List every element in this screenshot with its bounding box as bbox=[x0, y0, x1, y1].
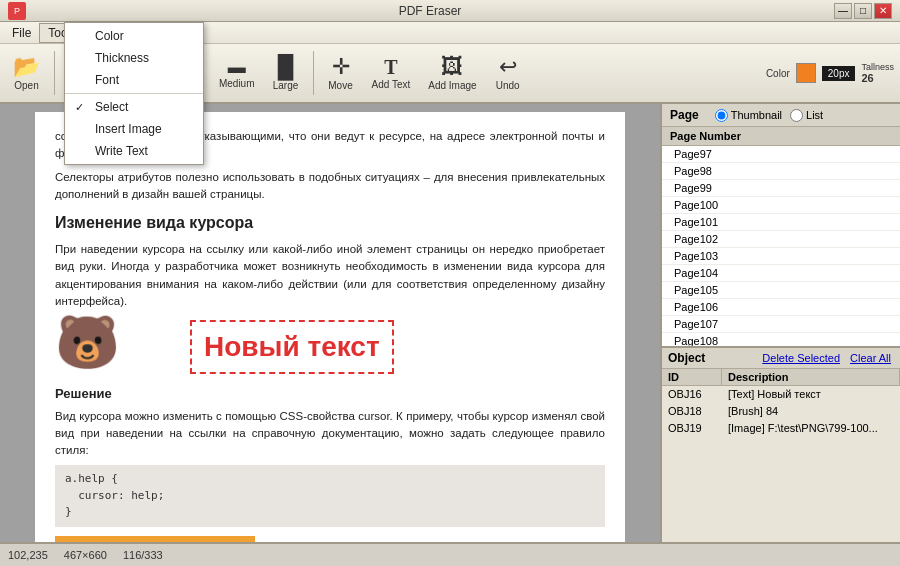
window-title: PDF Eraser bbox=[26, 4, 834, 18]
color-swatch[interactable] bbox=[796, 63, 816, 83]
maximize-button[interactable]: □ bbox=[854, 3, 872, 19]
thumbnail-label: Thumbnail bbox=[731, 109, 782, 121]
page-label: Page bbox=[670, 108, 699, 122]
tools-thickness[interactable]: Thickness bbox=[65, 47, 203, 69]
page-list-item[interactable]: Page97 bbox=[662, 146, 900, 163]
page-number-header: Page Number bbox=[662, 127, 900, 146]
medium-icon: ▬ bbox=[228, 58, 246, 76]
pdf-highlight-bar bbox=[55, 533, 605, 542]
obj-desc: [Brush] 84 bbox=[722, 403, 900, 419]
pdf-heading1: Изменение вида курсора bbox=[55, 211, 605, 235]
status-coords: 102,235 bbox=[8, 549, 48, 561]
toolbar-right: Color 20px Tallness 26 bbox=[766, 62, 894, 84]
page-list-item[interactable]: Page101 bbox=[662, 214, 900, 231]
title-bar: P PDF Eraser — □ ✕ bbox=[0, 0, 900, 22]
page-list-item[interactable]: Page106 bbox=[662, 299, 900, 316]
pdf-text-cursor: Новый текст bbox=[130, 316, 605, 378]
add-image-icon: 🖼 bbox=[441, 56, 463, 78]
obj-id: OBJ19 bbox=[662, 420, 722, 436]
pdf-area[interactable]: ссылки с пиктограммами, указывающими, чт… bbox=[0, 104, 660, 542]
clear-all-button[interactable]: Clear All bbox=[847, 351, 894, 365]
pdf-para4: Вид курсора можно изменить с помощью CSS… bbox=[55, 408, 605, 460]
page-list-item[interactable]: Page104 bbox=[662, 265, 900, 282]
undo-label: Undo bbox=[496, 80, 520, 91]
pdf-para2: Селекторы атрибутов полезно использовать… bbox=[55, 169, 605, 204]
move-icon: ✛ bbox=[332, 56, 350, 78]
toolbar-sep-3 bbox=[313, 51, 314, 95]
toolbar-sep-1 bbox=[54, 51, 55, 95]
open-label: Open bbox=[14, 80, 38, 91]
pdf-code-block: a.help { cursor: help;} bbox=[55, 465, 605, 527]
undo-icon: ↩ bbox=[499, 56, 517, 78]
obj-desc: [Image] F:\test\PNG\799-100... bbox=[722, 420, 900, 436]
window-controls: — □ ✕ bbox=[834, 3, 892, 19]
pdf-page: ссылки с пиктограммами, указывающими, чт… bbox=[35, 112, 625, 542]
object-table-header: ID Description bbox=[662, 369, 900, 386]
undo-button[interactable]: ↩ Undo bbox=[488, 47, 528, 99]
medium-label: Medium bbox=[219, 78, 255, 89]
page-list[interactable]: Page97Page98Page99Page100Page101Page102P… bbox=[662, 146, 900, 346]
move-label: Move bbox=[328, 80, 352, 91]
page-list-item[interactable]: Page99 bbox=[662, 180, 900, 197]
add-image-label: Add Image bbox=[428, 80, 476, 91]
large-label: Large bbox=[273, 80, 299, 91]
minimize-button[interactable]: — bbox=[834, 3, 852, 19]
app-icon: P bbox=[8, 2, 26, 20]
menu-file[interactable]: File bbox=[4, 23, 39, 43]
status-dimensions: 467×660 bbox=[64, 549, 107, 561]
object-panel: Object Delete Selected Clear All ID Desc… bbox=[662, 346, 900, 437]
desc-header: Description bbox=[722, 369, 900, 385]
medium-button[interactable]: ▬ Medium bbox=[212, 47, 262, 99]
object-row[interactable]: OBJ19[Image] F:\test\PNG\799-100... bbox=[662, 420, 900, 437]
page-list-item[interactable]: Page100 bbox=[662, 197, 900, 214]
page-list-item[interactable]: Page102 bbox=[662, 231, 900, 248]
obj-id: OBJ16 bbox=[662, 386, 722, 402]
tools-font[interactable]: Font bbox=[65, 69, 203, 91]
object-table-body: OBJ16[Text] Новый текстOBJ18[Brush] 84OB… bbox=[662, 386, 900, 437]
large-icon: █ bbox=[278, 56, 294, 78]
close-button[interactable]: ✕ bbox=[874, 3, 892, 19]
object-row[interactable]: OBJ16[Text] Новый текст bbox=[662, 386, 900, 403]
page-list-item[interactable]: Page108 bbox=[662, 333, 900, 346]
new-text-overlay: Новый текст bbox=[190, 320, 394, 374]
tallness-label: Tallness 26 bbox=[861, 62, 894, 84]
view-radio-group: Thumbnail List bbox=[715, 109, 823, 122]
page-list-item[interactable]: Page105 bbox=[662, 282, 900, 299]
page-panel-header: Page Thumbnail List bbox=[662, 104, 900, 127]
tools-select[interactable]: Select bbox=[65, 96, 203, 118]
add-text-icon: T bbox=[384, 57, 397, 77]
tools-insert-image[interactable]: Insert Image bbox=[65, 118, 203, 140]
delete-selected-button[interactable]: Delete Selected bbox=[759, 351, 843, 365]
page-list-item[interactable]: Page98 bbox=[662, 163, 900, 180]
object-row[interactable]: OBJ18[Brush] 84 bbox=[662, 403, 900, 420]
tallness-value: 26 bbox=[861, 72, 894, 84]
large-button[interactable]: █ Large bbox=[266, 47, 306, 99]
pdf-para3: При наведении курсора на ссылку или како… bbox=[55, 241, 605, 310]
obj-id: OBJ18 bbox=[662, 403, 722, 419]
page-list-item[interactable]: Page103 bbox=[662, 248, 900, 265]
obj-desc: [Text] Новый текст bbox=[722, 386, 900, 402]
list-radio[interactable]: List bbox=[790, 109, 823, 122]
id-header: ID bbox=[662, 369, 722, 385]
pdf-text-col: При наведении курсора на ссылку или како… bbox=[55, 241, 605, 316]
add-image-button[interactable]: 🖼 Add Image bbox=[421, 47, 483, 99]
tools-write-text[interactable]: Write Text bbox=[65, 140, 203, 162]
pdf-section-cursor: При наведении курсора на ссылку или како… bbox=[55, 241, 605, 316]
status-bar: 102,235 467×660 116/333 bbox=[0, 542, 900, 566]
tallness-title: Tallness bbox=[861, 62, 894, 72]
thumbnail-radio[interactable]: Thumbnail bbox=[715, 109, 782, 122]
add-text-button[interactable]: T Add Text bbox=[365, 47, 418, 99]
bear-icon: 🐻 bbox=[55, 316, 120, 368]
tools-color[interactable]: Color bbox=[65, 25, 203, 47]
tools-dropdown: Color Thickness Font Select Insert Image… bbox=[64, 22, 204, 165]
right-panel: Page Thumbnail List Page Number Page97Pa… bbox=[660, 104, 900, 542]
open-button[interactable]: 📂 Open bbox=[6, 47, 47, 99]
object-title: Object bbox=[668, 351, 755, 365]
status-pages: 116/333 bbox=[123, 549, 163, 561]
thickness-value: 20px bbox=[822, 66, 856, 81]
list-label: List bbox=[806, 109, 823, 121]
pdf-heading2: Решение bbox=[55, 384, 605, 404]
page-list-item[interactable]: Page107 bbox=[662, 316, 900, 333]
move-button[interactable]: ✛ Move bbox=[321, 47, 361, 99]
open-icon: 📂 bbox=[13, 56, 40, 78]
